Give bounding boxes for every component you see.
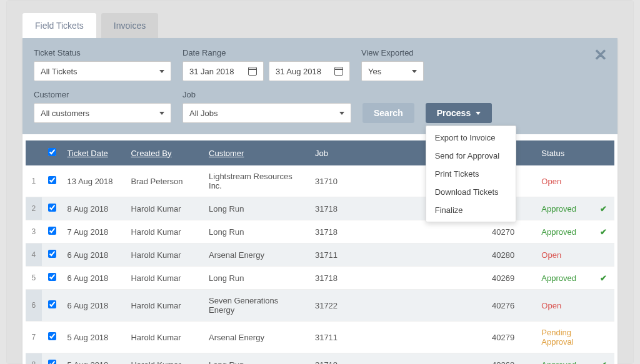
ticket-status-select[interactable]: All Tickets xyxy=(34,61,171,81)
cell-customer: Arsenal Energy xyxy=(204,243,310,267)
process-menu-export[interactable]: Export to Invoice xyxy=(426,129,516,147)
filter-bar: ✕ Ticket Status All Tickets Date Range 3… xyxy=(22,38,618,134)
cell-date: 6 Aug 2018 xyxy=(62,243,126,267)
view-exported-value: Yes xyxy=(368,67,381,76)
tab-field-tickets[interactable]: Field Tickets xyxy=(22,13,96,38)
calendar-icon xyxy=(334,67,343,76)
row-checkbox[interactable] xyxy=(48,273,56,281)
chevron-down-icon xyxy=(159,112,164,115)
col-status: Status xyxy=(541,149,564,158)
ticket-status-value: All Tickets xyxy=(41,67,78,76)
cell-job: 31711 xyxy=(310,243,487,267)
process-menu-finalize[interactable]: Finalize xyxy=(426,201,516,219)
job-value: All Jobs xyxy=(189,109,218,118)
row-checkbox[interactable] xyxy=(48,250,56,258)
cell-status: Pending Approval xyxy=(536,322,593,353)
customer-value: All customers xyxy=(41,109,89,118)
row-number: 7 xyxy=(26,322,42,353)
date-from-input[interactable]: 31 Jan 2018 xyxy=(182,61,264,81)
cell-customer: Long Run xyxy=(204,220,310,243)
cell-created-by: Harold Kumar xyxy=(126,197,204,220)
process-dropdown: Export to Invoice Send for Approval Prin… xyxy=(426,125,516,222)
cell-date: 5 Aug 2018 xyxy=(62,322,126,353)
cell-status: Approved xyxy=(536,267,593,290)
process-button[interactable]: Process xyxy=(426,103,492,123)
search-button[interactable]: Search xyxy=(362,103,414,123)
cell-customer: Seven Generations Energy xyxy=(204,290,310,322)
cell-ticket: 40276 xyxy=(487,290,536,322)
table-row: 37 Aug 2018Harold KumarLong Run317184027… xyxy=(26,220,614,243)
chevron-down-icon xyxy=(476,112,481,115)
cell-date: 5 Aug 2018 xyxy=(62,353,126,365)
table-row: 28 Aug 2018Harold KumarLong Run317184027… xyxy=(26,197,614,220)
cell-status: Open xyxy=(536,290,593,322)
table-row: 85 Aug 2018Harold KumarLong Run317184026… xyxy=(26,353,614,365)
customer-select[interactable]: All customers xyxy=(34,103,171,123)
process-menu-download[interactable]: Download Tickets xyxy=(426,183,516,201)
col-job: Job xyxy=(315,149,328,158)
row-number: 6 xyxy=(26,290,42,322)
date-to-value: 31 Aug 2018 xyxy=(276,67,321,76)
cell-approved xyxy=(593,290,614,322)
process-button-label: Process xyxy=(437,108,471,118)
row-checkbox[interactable] xyxy=(48,332,56,340)
check-icon: ✔ xyxy=(600,273,607,283)
col-customer[interactable]: Customer xyxy=(209,149,244,158)
cell-ticket: 40280 xyxy=(487,243,536,267)
cell-created-by: Harold Kumar xyxy=(126,220,204,243)
process-menu-print[interactable]: Print Tickets xyxy=(426,165,516,183)
cell-customer: Arsenal Energy xyxy=(204,322,310,353)
row-checkbox[interactable] xyxy=(48,360,56,364)
cell-created-by: Harold Kumar xyxy=(126,290,204,322)
cell-approved: ✔ xyxy=(593,353,614,365)
col-created-by[interactable]: Created By xyxy=(131,149,171,158)
cell-customer: Long Run xyxy=(204,267,310,290)
check-icon: ✔ xyxy=(600,360,607,365)
date-to-input[interactable]: 31 Aug 2018 xyxy=(269,61,350,81)
table-row: 113 Aug 2018Brad PetersonLightstream Res… xyxy=(26,165,614,197)
table-row: 56 Aug 2018Harold KumarLong Run317184026… xyxy=(26,267,614,290)
select-all-checkbox[interactable] xyxy=(48,148,56,156)
view-exported-select[interactable]: Yes xyxy=(361,61,424,81)
row-number: 8 xyxy=(26,353,42,365)
process-menu-approval[interactable]: Send for Approval xyxy=(426,147,516,165)
row-checkbox[interactable] xyxy=(48,176,56,184)
close-icon[interactable]: ✕ xyxy=(594,47,608,63)
row-number: 5 xyxy=(26,267,42,290)
row-checkbox[interactable] xyxy=(48,227,56,235)
tab-invoices[interactable]: Invoices xyxy=(101,13,158,38)
cell-created-by: Harold Kumar xyxy=(126,243,204,267)
table-row: 66 Aug 2018Harold KumarSeven Generations… xyxy=(26,290,614,322)
calendar-icon xyxy=(248,67,257,76)
row-checkbox[interactable] xyxy=(48,300,56,308)
row-checkbox[interactable] xyxy=(48,204,56,212)
cell-customer: Lightstream Resources Inc. xyxy=(204,165,310,197)
cell-date: 7 Aug 2018 xyxy=(62,220,126,243)
row-number: 3 xyxy=(26,220,42,243)
customer-label: Customer xyxy=(34,90,171,99)
cell-ticket: 40279 xyxy=(487,322,536,353)
cell-approved: ✔ xyxy=(593,197,614,220)
cell-customer: Long Run xyxy=(204,353,310,365)
cell-ticket: 40270 xyxy=(487,220,536,243)
cell-created-by: Harold Kumar xyxy=(126,353,204,365)
cell-status: Approved xyxy=(536,220,593,243)
cell-approved: ✔ xyxy=(593,220,614,243)
cell-date: 8 Aug 2018 xyxy=(62,197,126,220)
cell-job: 31722 xyxy=(310,290,487,322)
date-range-label: Date Range xyxy=(182,48,350,57)
job-select[interactable]: All Jobs xyxy=(182,103,351,123)
cell-status: Open xyxy=(536,243,593,267)
row-number: 4 xyxy=(26,243,42,267)
cell-created-by: Harold Kumar xyxy=(126,322,204,353)
col-ticket-date[interactable]: Ticket Date xyxy=(68,149,108,158)
tabs: Field Tickets Invoices xyxy=(22,13,618,38)
ticket-status-label: Ticket Status xyxy=(34,48,171,57)
cell-created-by: Brad Peterson xyxy=(126,165,204,197)
cell-approved xyxy=(593,322,614,353)
cell-approved xyxy=(593,243,614,267)
cell-status: Approved xyxy=(536,197,593,220)
cell-date: 6 Aug 2018 xyxy=(62,267,126,290)
cell-ticket: 40268 xyxy=(487,353,536,365)
cell-job: 31711 xyxy=(310,322,487,353)
